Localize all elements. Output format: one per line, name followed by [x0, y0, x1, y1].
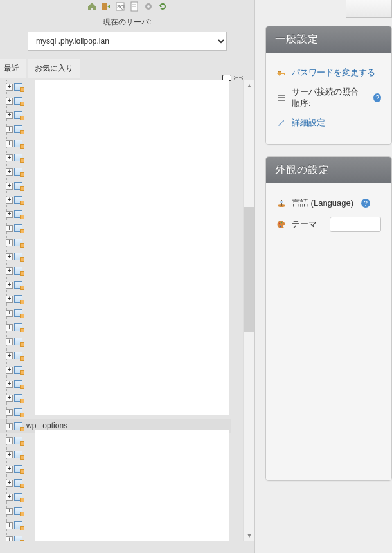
expand-icon[interactable]: +: [6, 253, 13, 260]
expand-icon[interactable]: +: [6, 282, 13, 289]
theme-select[interactable]: [330, 217, 381, 232]
change-password-link[interactable]: パスワードを変更する: [276, 63, 381, 82]
expand-icon[interactable]: +: [6, 225, 13, 232]
table-icon[interactable]: [14, 210, 24, 219]
scroll-down-icon[interactable]: ▼: [244, 530, 254, 541]
logout-icon[interactable]: [101, 1, 111, 12]
expand-icon[interactable]: +: [6, 296, 13, 303]
table-icon[interactable]: [14, 139, 24, 148]
table-icon[interactable]: [14, 337, 24, 346]
help-icon[interactable]: ?: [373, 93, 381, 102]
expand-icon[interactable]: +: [6, 267, 13, 275]
svg-text:SQL: SQL: [117, 5, 125, 10]
expand-icon[interactable]: +: [6, 466, 13, 473]
home-icon[interactable]: [87, 1, 97, 12]
table-icon[interactable]: [14, 535, 24, 541]
table-icon[interactable]: [14, 351, 24, 360]
table-icon[interactable]: [14, 181, 24, 190]
table-icon[interactable]: [14, 408, 24, 417]
table-icon[interactable]: [14, 266, 24, 275]
top-tab[interactable]: [373, 0, 392, 18]
expand-icon[interactable]: +: [6, 183, 13, 190]
table-icon[interactable]: [14, 167, 24, 176]
expand-icon[interactable]: +: [6, 168, 13, 176]
settings-icon[interactable]: [143, 1, 154, 12]
svg-rect-12: [278, 97, 285, 98]
expand-icon[interactable]: +: [6, 211, 13, 218]
expand-icon[interactable]: +: [6, 84, 13, 91]
language-row: 言語 (Language) ?: [276, 194, 381, 213]
expand-icon[interactable]: +: [6, 480, 13, 487]
table-icon[interactable]: [14, 238, 24, 247]
expand-icon[interactable]: +: [6, 494, 13, 501]
tab-favorites[interactable]: お気に入り: [28, 59, 80, 78]
table-icon[interactable]: [14, 323, 24, 332]
expand-icon[interactable]: +: [6, 126, 13, 133]
scroll-up-icon[interactable]: ▲: [244, 80, 254, 91]
table-icon[interactable]: [14, 493, 24, 502]
row-label: サーバ接続の照合順序:: [292, 86, 366, 109]
collation-row: サーバ接続の照合順序: ?: [276, 82, 381, 113]
table-icon[interactable]: [14, 394, 24, 403]
expand-icon[interactable]: +: [6, 451, 13, 458]
expand-icon[interactable]: +: [6, 423, 13, 430]
svg-rect-10: [284, 73, 285, 75]
expand-icon[interactable]: +: [6, 310, 13, 317]
table-icon[interactable]: [14, 111, 24, 120]
more-settings-link[interactable]: 詳細設定: [276, 113, 381, 132]
scroll-thumb[interactable]: [244, 207, 254, 332]
expand-icon[interactable]: +: [6, 154, 13, 161]
redaction-overlay: [35, 80, 229, 415]
table-icon[interactable]: [14, 224, 24, 233]
server-select[interactable]: mysql .phy.lolipop.lan: [28, 32, 227, 51]
expand-icon[interactable]: +: [6, 112, 13, 119]
expand-icon[interactable]: +: [6, 536, 13, 542]
table-icon[interactable]: [14, 195, 24, 204]
panel-header: 外観の設定: [266, 157, 391, 183]
expand-icon[interactable]: +: [6, 367, 13, 374]
table-icon[interactable]: [14, 521, 24, 530]
expand-icon[interactable]: +: [6, 508, 13, 515]
tab-recent[interactable]: 最近: [0, 59, 26, 78]
table-icon[interactable]: [14, 295, 24, 304]
expand-icon[interactable]: +: [6, 98, 13, 105]
reload-icon[interactable]: [157, 1, 168, 12]
table-icon[interactable]: [14, 478, 24, 487]
table-icon[interactable]: [14, 125, 24, 134]
table-icon[interactable]: [14, 153, 24, 162]
top-tab[interactable]: [346, 0, 373, 18]
expand-icon[interactable]: +: [6, 140, 13, 147]
language-icon: [276, 198, 287, 208]
table-icon[interactable]: [14, 464, 24, 473]
theme-row: テーマ: [276, 213, 381, 236]
wrench-icon: [276, 118, 287, 128]
expand-icon[interactable]: +: [6, 324, 13, 331]
svg-point-18: [280, 226, 281, 227]
table-icon[interactable]: [14, 252, 24, 261]
tree-scrollbar[interactable]: ▲ ▼: [243, 80, 254, 541]
row-label: テーマ: [292, 219, 317, 230]
expand-icon[interactable]: +: [6, 197, 13, 204]
expand-icon[interactable]: +: [6, 409, 13, 416]
help-icon[interactable]: ?: [361, 199, 370, 208]
docs-icon[interactable]: [129, 1, 139, 12]
table-icon[interactable]: [14, 507, 24, 516]
expand-icon[interactable]: +: [6, 522, 13, 529]
table-icon[interactable]: [14, 450, 24, 459]
table-icon[interactable]: [14, 379, 24, 388]
table-icon[interactable]: [14, 96, 24, 105]
table-icon[interactable]: [14, 82, 24, 91]
table-icon[interactable]: [14, 280, 24, 289]
sql-icon[interactable]: SQL: [115, 1, 125, 12]
expand-icon[interactable]: +: [6, 395, 13, 402]
expand-icon[interactable]: +: [6, 352, 13, 359]
table-icon[interactable]: [14, 436, 24, 445]
table-icon[interactable]: [14, 309, 24, 318]
svg-rect-13: [278, 100, 285, 101]
table-icon[interactable]: [14, 422, 24, 431]
expand-icon[interactable]: +: [6, 338, 13, 345]
table-icon[interactable]: [14, 365, 24, 374]
expand-icon[interactable]: +: [6, 381, 13, 388]
expand-icon[interactable]: +: [6, 437, 13, 444]
expand-icon[interactable]: +: [6, 239, 13, 246]
